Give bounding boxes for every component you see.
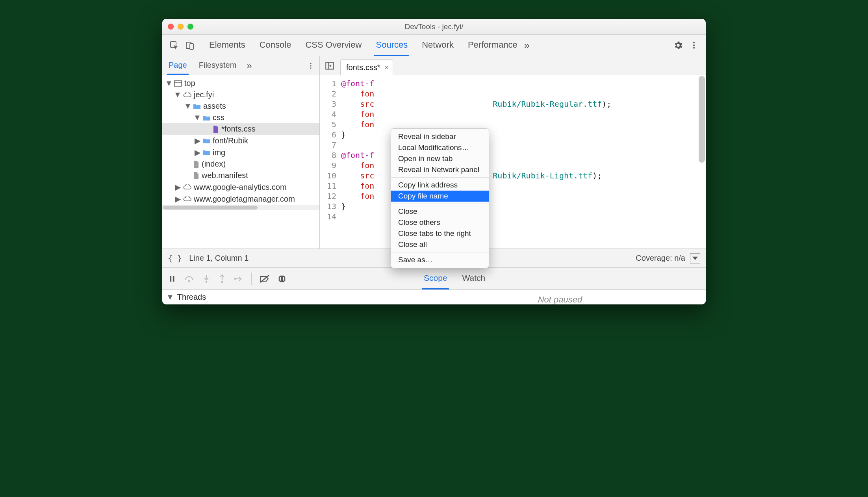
- tree-item[interactable]: ▶www.google-analytics.com: [162, 181, 319, 193]
- tree-item-label: img: [213, 148, 225, 157]
- coverage-dropdown-icon[interactable]: [690, 253, 700, 263]
- file-tree[interactable]: ▼top▼jec.fyi▼assets▼css*fonts.css▶font/R…: [162, 75, 320, 248]
- cloud-icon: [183, 184, 191, 190]
- tree-item[interactable]: ▶www.googletagmanager.com: [162, 193, 319, 205]
- threads-section-header[interactable]: ▼ Threads: [162, 290, 414, 304]
- bottom-row: ▼ Threads Not paused: [162, 289, 706, 304]
- svg-rect-14: [173, 276, 174, 282]
- navigator-tab-filesystem[interactable]: Filesystem: [197, 56, 238, 75]
- debugger-tab-watch[interactable]: Watch: [461, 268, 487, 289]
- debugger-separator: [251, 273, 252, 285]
- context-menu-item[interactable]: Reveal in sidebar: [391, 131, 489, 142]
- tree-twisty-icon[interactable]: ▼: [185, 102, 191, 111]
- navigator-tab-page[interactable]: Page: [167, 56, 189, 75]
- frame-icon: [174, 80, 182, 87]
- context-menu-item[interactable]: Save as…: [391, 254, 489, 265]
- folder-icon: [193, 103, 201, 109]
- panel-tab-css-overview[interactable]: CSS Overview: [304, 35, 363, 56]
- tree-item[interactable]: ▶img: [162, 147, 319, 158]
- panel-tab-performance[interactable]: Performance: [466, 35, 519, 56]
- pause-on-exceptions-icon[interactable]: [278, 274, 286, 283]
- folder-icon: [202, 115, 210, 121]
- tree-item[interactable]: web.manifest: [162, 170, 319, 181]
- pretty-print-braces-icon[interactable]: { }: [168, 254, 182, 263]
- tree-item[interactable]: ▼css: [162, 112, 319, 123]
- tree-item[interactable]: ▼assets: [162, 100, 319, 112]
- svg-point-18: [234, 278, 236, 280]
- tree-item-label: jec.fyi: [194, 90, 214, 99]
- panel-tab-network[interactable]: Network: [420, 35, 455, 56]
- toolbar-separator: [201, 39, 201, 52]
- step-out-icon[interactable]: [218, 274, 226, 284]
- svg-point-15: [188, 280, 190, 282]
- code-editor[interactable]: 1234567891011121314 @font-f fon src Rubi…: [320, 75, 706, 248]
- navigator-more-button[interactable]: »: [247, 60, 252, 71]
- step-over-icon[interactable]: [184, 274, 195, 283]
- panel-tab-elements[interactable]: Elements: [208, 35, 247, 56]
- tab-context-menu: Reveal in sidebarLocal Modifications…Ope…: [391, 128, 489, 268]
- context-menu-item[interactable]: Close all: [391, 239, 489, 250]
- tree-twisty-icon[interactable]: ▶: [195, 136, 200, 145]
- tree-twisty-icon[interactable]: ▼: [195, 113, 200, 122]
- tree-twisty-icon[interactable]: ▶: [175, 194, 180, 204]
- tree-item[interactable]: ▶font/Rubik: [162, 135, 319, 147]
- context-menu-item[interactable]: Open in new tab: [391, 153, 489, 164]
- navigator-kebab-icon[interactable]: [307, 62, 315, 70]
- context-menu-item[interactable]: Copy link address: [391, 180, 489, 191]
- devtools-window: DevTools - jec.fyi/ ElementsConsoleCSS O…: [162, 19, 706, 304]
- toggle-navigator-icon[interactable]: [323, 59, 336, 72]
- context-menu-item[interactable]: Reveal in Network panel: [391, 164, 489, 175]
- svg-point-17: [221, 281, 223, 283]
- tree-twisty-icon[interactable]: ▼: [175, 90, 180, 99]
- window-title: DevTools - jec.fyi/: [162, 22, 706, 31]
- tree-item[interactable]: *fonts.css: [162, 123, 319, 135]
- svg-rect-13: [170, 276, 172, 282]
- debugger-tab-scope[interactable]: Scope: [422, 268, 449, 289]
- tree-twisty-icon[interactable]: ▶: [175, 182, 180, 192]
- file-tab-label: fonts.css*: [346, 63, 380, 72]
- panel-tab-console[interactable]: Console: [258, 35, 293, 56]
- main-toolbar: ElementsConsoleCSS OverviewSourcesNetwor…: [162, 35, 706, 56]
- panel-tab-sources[interactable]: Sources: [374, 35, 409, 56]
- device-toolbar-icon[interactable]: [182, 37, 198, 53]
- file-tab-fonts-css[interactable]: fonts.css* ×: [340, 59, 393, 75]
- step-icon[interactable]: [234, 275, 243, 283]
- debugger-sidebar-tabs: ScopeWatch: [414, 268, 706, 289]
- svg-rect-20: [280, 277, 281, 280]
- kebab-menu-icon[interactable]: [686, 37, 702, 53]
- svg-rect-21: [283, 277, 284, 280]
- context-menu-item[interactable]: Close others: [391, 217, 489, 228]
- tree-twisty-icon[interactable]: ▼: [166, 79, 172, 88]
- more-panels-button[interactable]: »: [519, 37, 535, 53]
- step-into-icon[interactable]: [202, 274, 210, 284]
- tree-horizontal-scrollbar[interactable]: [162, 205, 319, 210]
- tree-item-label: top: [184, 79, 195, 88]
- pause-icon[interactable]: [168, 274, 176, 283]
- context-menu-separator: [391, 204, 489, 204]
- context-menu-item[interactable]: Close: [391, 206, 489, 217]
- navigator-tabs: PageFilesystem »: [162, 56, 320, 75]
- context-menu-item[interactable]: Local Modifications…: [391, 142, 489, 153]
- deactivate-breakpoints-icon[interactable]: [260, 274, 270, 283]
- tree-item[interactable]: ▼jec.fyi: [162, 89, 319, 100]
- svg-point-7: [310, 65, 311, 66]
- tree-item[interactable]: ▼top: [162, 78, 319, 89]
- tree-item-label: (index): [202, 159, 226, 169]
- context-menu-item[interactable]: Close tabs to the right: [391, 228, 489, 239]
- inspect-element-icon[interactable]: [166, 37, 182, 53]
- debugger-controls: [162, 268, 414, 289]
- cloud-icon: [183, 196, 191, 202]
- editor-vertical-scrollbar[interactable]: [699, 76, 705, 163]
- tree-twisty-icon[interactable]: ▶: [195, 148, 200, 157]
- tree-item-label: www.google-analytics.com: [194, 183, 287, 192]
- svg-rect-2: [190, 44, 193, 49]
- svg-point-6: [310, 63, 311, 64]
- svg-point-8: [310, 67, 311, 69]
- file-icon: [193, 160, 199, 168]
- line-number-gutter: 1234567891011121314: [320, 75, 339, 248]
- tree-item[interactable]: (index): [162, 158, 319, 170]
- sources-subtoolbar: PageFilesystem » fonts.css* ×: [162, 56, 706, 75]
- context-menu-item[interactable]: Copy file name: [391, 191, 489, 202]
- file-tab-close-icon[interactable]: ×: [384, 63, 389, 72]
- settings-gear-icon[interactable]: [670, 37, 686, 53]
